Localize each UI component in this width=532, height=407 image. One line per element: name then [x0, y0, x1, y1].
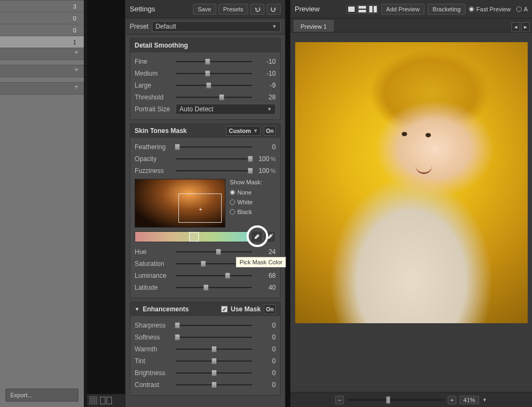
feathering-value: 0: [254, 143, 276, 151]
feathering-slider[interactable]: [176, 143, 252, 151]
preview-image: [295, 42, 528, 323]
layout-single-icon[interactable]: [347, 5, 356, 14]
chevron-down-icon: ▼: [267, 106, 272, 112]
opacity-slider[interactable]: [176, 155, 252, 163]
softness-label: Softness: [135, 333, 174, 341]
fuzziness-value: 100%: [254, 167, 276, 175]
preview-tab[interactable]: Preview 1: [294, 20, 334, 32]
mask-white-radio[interactable]: White: [230, 197, 262, 207]
redo-button[interactable]: [267, 4, 281, 15]
fuzziness-slider[interactable]: [176, 167, 252, 175]
luminance-label: Luminance: [135, 272, 174, 279]
count-row[interactable]: 0: [0, 12, 84, 24]
add-row-button[interactable]: +: [0, 48, 84, 60]
brightness-slider[interactable]: [176, 369, 252, 377]
opacity-label: Opacity: [135, 155, 174, 163]
add-row-button[interactable]: +: [0, 65, 84, 77]
zoom-value[interactable]: 41%: [460, 396, 479, 404]
mask-none-radio[interactable]: None: [230, 188, 262, 197]
add-preview-button[interactable]: Add Preview: [381, 4, 424, 15]
softness-slider[interactable]: [176, 333, 252, 341]
single-view-icon[interactable]: [100, 397, 105, 404]
portrait-size-label: Portrait Size: [135, 105, 174, 113]
skin-mode-dropdown[interactable]: Custom▼: [226, 126, 261, 136]
skin-on-toggle[interactable]: On: [264, 126, 276, 136]
tint-value: 0: [254, 357, 276, 365]
medium-slider[interactable]: [176, 70, 252, 77]
zoom-out-button[interactable]: −: [335, 396, 344, 404]
disclosure-triangle-icon[interactable]: ▼: [135, 306, 139, 312]
fine-slider[interactable]: [176, 58, 252, 65]
section-title: Skin Tones Mask: [135, 127, 187, 135]
zoom-in-button[interactable]: +: [448, 396, 456, 404]
panel-divider[interactable]: [84, 0, 87, 407]
compare-view-icon[interactable]: [107, 397, 112, 404]
warmth-value: 0: [254, 345, 276, 353]
eyedropper-button[interactable]: [251, 231, 263, 243]
use-mask-checkbox[interactable]: ✓: [221, 306, 228, 312]
large-slider[interactable]: [176, 82, 252, 89]
hue-range-strip[interactable]: +: [135, 231, 249, 242]
count-row[interactable]: 3: [0, 1, 84, 12]
save-button[interactable]: Save: [193, 4, 216, 15]
section-title: Enhancements: [143, 305, 189, 313]
feathering-label: Feathering: [135, 143, 174, 151]
threshold-slider[interactable]: [176, 94, 252, 101]
medium-label: Medium: [135, 70, 174, 77]
color-crosshair-icon: +: [199, 206, 202, 212]
large-value: -9: [254, 82, 276, 89]
contrast-slider[interactable]: [176, 381, 252, 389]
color-picker-box[interactable]: +: [135, 179, 225, 228]
preview-title: Preview: [295, 5, 320, 13]
chevron-down-icon[interactable]: ▼: [482, 397, 487, 403]
preview-canvas[interactable]: [290, 32, 532, 392]
contrast-value: 0: [254, 381, 276, 389]
latitude-slider[interactable]: [176, 284, 252, 291]
svg-text:+: +: [271, 233, 274, 236]
sharpness-value: 0: [254, 322, 276, 329]
detail-smoothing-section: Detail Smoothing Fine -10 Medium -10 Lar…: [130, 38, 281, 120]
tab-next-button[interactable]: ►: [521, 22, 530, 32]
preset-dropdown[interactable]: Default▼: [152, 21, 281, 32]
use-mask-label: Use Mask: [231, 305, 261, 313]
sharpness-slider[interactable]: [176, 322, 252, 329]
fast-preview-radio[interactable]: Fast Preview: [469, 6, 511, 12]
export-button[interactable]: Export...: [5, 389, 78, 402]
bracketing-button[interactable]: Bracketing: [428, 4, 466, 15]
portrait-size-dropdown[interactable]: Auto Detect▼: [176, 104, 276, 115]
softness-value: 0: [254, 333, 276, 341]
opacity-value: 100%: [254, 155, 276, 163]
layout-split-h-icon[interactable]: [357, 5, 367, 14]
mask-black-radio[interactable]: Black: [230, 207, 262, 217]
chevron-down-icon: ▼: [253, 128, 258, 134]
hue-marker[interactable]: +: [189, 232, 199, 242]
tint-label: Tint: [135, 357, 174, 365]
warmth-slider[interactable]: [176, 345, 252, 353]
count-row-selected[interactable]: 1: [0, 36, 84, 48]
zoom-slider[interactable]: [347, 399, 444, 401]
enhancements-section: ▼ Enhancements ✓ Use Mask On Sharpness 0…: [130, 302, 281, 396]
add-row-button[interactable]: +: [0, 83, 84, 95]
eyedropper-add-button[interactable]: +: [264, 231, 276, 243]
count-row[interactable]: 0: [0, 24, 84, 36]
undo-button[interactable]: [250, 4, 264, 15]
show-mask-group: Show Mask: None White Black: [230, 179, 262, 228]
left-sidebar: 3 0 0 1 + + + Export...: [0, 0, 84, 407]
fuzziness-label: Fuzziness: [135, 167, 174, 175]
tint-slider[interactable]: [176, 357, 252, 365]
preview-panel: Preview Add Preview Bracketing Fast Prev…: [290, 0, 532, 407]
luminance-slider[interactable]: [176, 272, 252, 279]
sharpness-label: Sharpness: [135, 322, 174, 329]
contrast-label: Contrast: [135, 381, 174, 389]
grid-view-icon[interactable]: [89, 396, 98, 405]
saturation-label: Saturation: [135, 260, 174, 268]
brightness-label: Brightness: [135, 369, 174, 377]
presets-button[interactable]: Presets: [218, 4, 248, 15]
fine-value: -10: [254, 58, 276, 65]
tab-prev-button[interactable]: ◄: [511, 22, 520, 32]
hue-slider[interactable]: [176, 248, 252, 256]
other-preview-radio[interactable]: A: [516, 6, 528, 12]
layout-split-v-icon[interactable]: [368, 5, 378, 14]
enh-on-toggle[interactable]: On: [264, 304, 276, 314]
section-title: Detail Smoothing: [135, 42, 188, 49]
